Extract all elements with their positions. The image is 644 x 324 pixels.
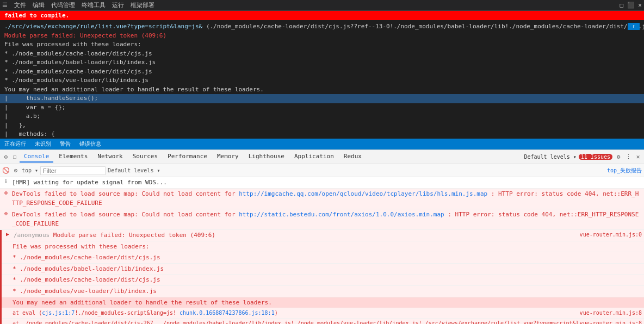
info-icon: ℹ	[2, 178, 10, 185]
devtools-error-2-link[interactable]: http://static.bestedu.com/front/axios/1.…	[239, 211, 444, 218]
console-row-hmr: ℹ [HMR] waiting for update signal from W…	[0, 177, 644, 189]
menu-item-6[interactable]: 框架部署	[131, 1, 154, 9]
console-row-devtools-error-1: ⊗ DevTools failed to load source map: Co…	[0, 189, 644, 209]
code-line-loader3: * ./node_modules/cache-loader/dist/cjs.j…	[0, 67, 644, 77]
menu-bar: ☰ 文件 编辑 代码管理 终端工具 运行 框架部署 □ ⬛ ✕	[0, 0, 644, 11]
code-line-code2: | var a = {};	[0, 103, 644, 113]
menu-item-5[interactable]: 运行	[112, 1, 124, 9]
code-line-path: ./src/views/exchange/rule/list.vue?type=…	[0, 22, 644, 32]
error-icon-3: ▶	[4, 230, 11, 238]
tab-sources[interactable]: Sources	[128, 151, 162, 163]
stack-source-1[interactable]: vue-router.min.js:8	[580, 309, 642, 317]
console-row-module-error: ▶ /anonymous Module parse failed: Unexpe…	[2, 230, 644, 241]
code-line-loader4: * ./node_modules/vue-loader/lib/index.js	[0, 76, 644, 85]
console-stack-2: at ./node_modules/cache-loader/dist/cjs-…	[2, 319, 644, 324]
code-line-code5: | methods: {	[0, 130, 644, 139]
filter-input[interactable]	[40, 166, 106, 175]
stack-text-1: at eval (cjs.js:1:7!./node_modules-scrip…	[13, 309, 580, 317]
code-content: ./src/views/exchange/rule/list.vue?type=…	[0, 20, 644, 141]
menu-item-4[interactable]: 终端工具	[82, 1, 106, 9]
console-sub-row-1: File was processed with these loaders:	[2, 241, 644, 253]
code-line-code1: | this.handleSeries();	[0, 94, 644, 103]
status-bar: 正在运行 未识别 警告 错误信息	[0, 139, 644, 149]
sub-text-4: * ./node_modules/cache-loader/dist/cjs.j…	[13, 275, 642, 285]
console-stack-1: at eval (cjs.js:1:7!./node_modules-scrip…	[2, 308, 644, 319]
sub-text-5: * ./node_modules/vue-loader/lib/index.js	[13, 286, 642, 296]
menu-icons[interactable]: □ ⬛ ✕	[620, 2, 642, 9]
console-row-devtools-error-2: ⊗ DevTools failed to load source map: Co…	[0, 209, 644, 230]
level-dropdown[interactable]: Default levels ▾	[108, 167, 160, 173]
devtools-controls: Default levels ▾ 11 Issues ⚙ ⋮ ✕	[524, 153, 642, 161]
console-sub-row-4: * ./node_modules/cache-loader/dist/cjs.j…	[2, 275, 644, 286]
preserve-log-icon[interactable]: ⊘	[12, 167, 20, 175]
code-line-processed: File was processed with these loaders:	[0, 40, 644, 49]
status-item-2: 未识别	[35, 140, 51, 148]
module-parse-error-block: ▶ /anonymous Module parse failed: Unexpe…	[0, 230, 644, 324]
sub-text-2: * ./node_modules/cache-loader/dist/cjs.j…	[13, 253, 642, 263]
devtools-device-icon[interactable]: ☐	[11, 153, 18, 161]
console-sub-row-2: * ./node_modules/cache-loader/dist/cjs.j…	[2, 252, 644, 264]
tab-redux[interactable]: Redux	[339, 151, 366, 163]
console-sub-row-3: * ./node_modules/babel-loader/lib/index.…	[2, 264, 644, 275]
expand-button[interactable]: ⬆	[628, 23, 640, 30]
code-line-loader2: * ./node_modules/babel-loader/lib/index.…	[0, 58, 644, 67]
code-line-additional: You may need an additional loader to han…	[0, 85, 644, 95]
tab-performance[interactable]: Performance	[163, 151, 212, 163]
menu-item-1[interactable]: 文件	[14, 1, 26, 9]
devtools-settings-icon[interactable]: ⚙	[615, 153, 622, 161]
error-icon-2: ⊗	[2, 210, 10, 217]
devtools-close-icon[interactable]: ✕	[634, 153, 642, 161]
devtools-cursor-icon[interactable]: ⊙	[2, 153, 10, 161]
hmr-text: [HMR] waiting for update signal from WDS…	[12, 178, 642, 188]
error-header: failed to compile.	[0, 11, 644, 20]
status-item-1: 正在运行	[4, 140, 26, 148]
tab-network[interactable]: Network	[93, 151, 127, 163]
devtools-more-icon[interactable]: ⋮	[624, 153, 632, 161]
code-line-error: Module parse failed: Unexpected token (4…	[0, 32, 644, 41]
code-line-loader1: * ./node_modules/cache-loader/dist/cjs.j…	[0, 49, 644, 59]
console-sub-row-5: * ./node_modules/vue-loader/lib/index.js	[2, 286, 644, 297]
devtools-error-2-text: DevTools failed to load source map: Coul…	[12, 210, 642, 229]
issues-badge[interactable]: 11 Issues	[579, 154, 612, 160]
module-error-text: /anonymous Module parse failed: Unexpect…	[14, 230, 580, 240]
default-levels[interactable]: Default levels ▾	[524, 154, 576, 160]
sub-text-1: File was processed with these loaders:	[13, 242, 642, 252]
module-error-source[interactable]: vue-router.min.js:0	[580, 230, 642, 239]
devtools-filter-bar: 🚫 ⊘ top ▾ Default levels ▾ top_失败报告	[0, 164, 644, 177]
menu-hamburger[interactable]: ☰	[2, 2, 8, 9]
code-line-code4: | },	[0, 121, 644, 130]
stack-source-2[interactable]: vue-router.min.js:8	[580, 319, 642, 324]
devtools-toolbar: ⊙ ☐ Console Elements Network Sources Per…	[0, 150, 644, 164]
editor-area: ☰ 文件 编辑 代码管理 终端工具 运行 框架部署 □ ⬛ ✕ failed t…	[0, 0, 644, 149]
status-item-4: 错误信息	[79, 140, 101, 148]
stack-text-2: at ./node_modules/cache-loader/dist/cjs-…	[13, 319, 580, 324]
stack-link-1[interactable]: cjs.js:1:7	[42, 310, 75, 316]
tab-console[interactable]: Console	[20, 151, 53, 163]
top-label[interactable]: top ▾	[22, 167, 38, 173]
sub-text-3: * ./node_modules/babel-loader/lib/index.…	[13, 264, 642, 274]
stack-link-2[interactable]: chunk.0.1668874237866.js:18:1	[179, 310, 275, 316]
menu-item-2[interactable]: 编辑	[33, 1, 45, 9]
status-item-3: 警告	[60, 140, 71, 148]
tab-application[interactable]: Application	[290, 151, 338, 163]
tab-memory[interactable]: Memory	[213, 151, 243, 163]
devtools-error-1-text: DevTools failed to load source map: Coul…	[12, 189, 642, 208]
top-issues-link[interactable]: top_失败报告	[607, 167, 642, 175]
menu-item-3[interactable]: 代码管理	[51, 1, 75, 9]
clear-console-icon[interactable]: 🚫	[2, 167, 10, 175]
sub-text-additional: You may need an additional loader to han…	[13, 298, 642, 308]
console-sub-row-additional: You may need an additional loader to han…	[2, 297, 644, 309]
devtools-panel: ⊙ ☐ Console Elements Network Sources Per…	[0, 149, 644, 324]
devtools-error-1-link[interactable]: http://imgcache.qq.com/open/qcloud/video…	[239, 190, 487, 197]
tab-lighthouse[interactable]: Lighthouse	[244, 151, 289, 163]
error-icon-1: ⊗	[2, 189, 10, 197]
console-content[interactable]: ℹ [HMR] waiting for update signal from W…	[0, 177, 644, 324]
code-line-code3: | a.b;	[0, 112, 644, 121]
tab-elements[interactable]: Elements	[54, 151, 92, 163]
